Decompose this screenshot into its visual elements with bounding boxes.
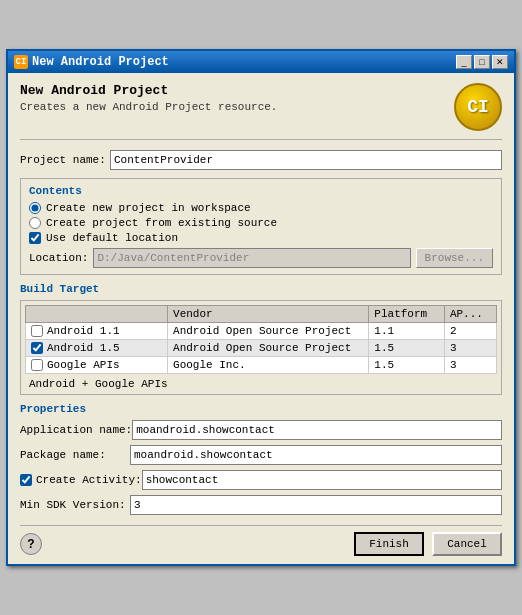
col-api: AP... (444, 306, 496, 323)
dialog-title: New Android Project (20, 83, 277, 98)
radio-existing-project: Create project from existing source (29, 217, 493, 229)
create-activity-label: Create Activity: (36, 474, 142, 486)
radio-new-project-input[interactable] (29, 202, 41, 214)
browse-button: Browse... (416, 248, 493, 268)
col-platform: Platform (369, 306, 445, 323)
row3-checkbox[interactable] (31, 359, 43, 371)
build-target-table: Vendor Platform AP... Android 1.1 (25, 305, 497, 374)
title-bar-left: CI New Android Project (14, 55, 169, 69)
properties-section: Properties Application name: Package nam… (20, 403, 502, 515)
dialog-window: CI New Android Project _ □ ✕ New Android… (6, 49, 516, 566)
build-target-section: Build Target Vendor Platform AP... (20, 283, 502, 395)
ci-badge: CI (454, 83, 502, 131)
properties-title: Properties (20, 403, 502, 415)
location-row: Location: Browse... (29, 248, 493, 268)
package-name-row: Package name: (20, 445, 502, 465)
close-button[interactable]: ✕ (492, 55, 508, 69)
checkbox-default-location: Use default location (29, 232, 493, 244)
project-name-input[interactable] (110, 150, 502, 170)
header-text: New Android Project Creates a new Androi… (20, 83, 277, 113)
header-section: New Android Project Creates a new Androi… (20, 83, 502, 140)
row3-platform: 1.5 (369, 357, 445, 374)
table-row: Android 1.1 Android Open Source Project … (26, 323, 497, 340)
dialog-subtitle: Creates a new Android Project resource. (20, 101, 277, 113)
col-target-name (26, 306, 168, 323)
build-target-box: Vendor Platform AP... Android 1.1 (20, 300, 502, 395)
row3-vendor: Google Inc. (168, 357, 369, 374)
contents-section: Contents Create new project in workspace… (20, 178, 502, 275)
footer: ? Finish Cancel (20, 525, 502, 556)
row2-checkbox[interactable] (31, 342, 43, 354)
footer-left: ? (20, 533, 42, 555)
row2-vendor: Android Open Source Project (168, 340, 369, 357)
row3-api: 3 (444, 357, 496, 374)
project-name-row: Project name: (20, 150, 502, 170)
window-icon: CI (14, 55, 28, 69)
window-title: New Android Project (32, 55, 169, 69)
finish-button[interactable]: Finish (354, 532, 424, 556)
row2-platform: 1.5 (369, 340, 445, 357)
app-name-input[interactable] (132, 420, 502, 440)
footer-buttons: Finish Cancel (354, 532, 502, 556)
contents-title: Contents (29, 185, 493, 197)
min-sdk-row: Min SDK Version: (20, 495, 502, 515)
create-activity-checkbox[interactable] (20, 474, 32, 486)
title-bar: CI New Android Project _ □ ✕ (8, 51, 514, 73)
app-name-label: Application name: (20, 424, 132, 436)
col-vendor: Vendor (168, 306, 369, 323)
build-target-title: Build Target (20, 283, 502, 295)
radio-new-project-label: Create new project in workspace (46, 202, 251, 214)
dialog-content: New Android Project Creates a new Androi… (8, 73, 514, 564)
radio-new-project: Create new project in workspace (29, 202, 493, 214)
radio-existing-project-input[interactable] (29, 217, 41, 229)
package-name-input[interactable] (130, 445, 502, 465)
create-activity-input[interactable] (142, 470, 502, 490)
radio-existing-project-label: Create project from existing source (46, 217, 277, 229)
min-sdk-input[interactable] (130, 495, 502, 515)
header-icon: CI (454, 83, 502, 131)
title-buttons: _ □ ✕ (456, 55, 508, 69)
default-location-label: Use default location (46, 232, 178, 244)
app-name-row: Application name: (20, 420, 502, 440)
table-row: Android 1.5 Android Open Source Project … (26, 340, 497, 357)
row1-platform: 1.1 (369, 323, 445, 340)
table-row: Google APIs Google Inc. 1.5 3 (26, 357, 497, 374)
location-label: Location: (29, 252, 88, 264)
package-name-label: Package name: (20, 449, 130, 461)
minimize-button[interactable]: _ (456, 55, 472, 69)
row2-api: 3 (444, 340, 496, 357)
row1-vendor: Android Open Source Project (168, 323, 369, 340)
default-location-checkbox[interactable] (29, 232, 41, 244)
maximize-button[interactable]: □ (474, 55, 490, 69)
row1-checkbox[interactable] (31, 325, 43, 337)
create-activity-row: Create Activity: (20, 470, 502, 490)
project-name-label: Project name: (20, 154, 110, 166)
help-button[interactable]: ? (20, 533, 42, 555)
selected-target-info: Android + Google APIs (25, 378, 497, 390)
min-sdk-label: Min SDK Version: (20, 499, 130, 511)
location-input (93, 248, 410, 268)
row1-api: 2 (444, 323, 496, 340)
cancel-button[interactable]: Cancel (432, 532, 502, 556)
